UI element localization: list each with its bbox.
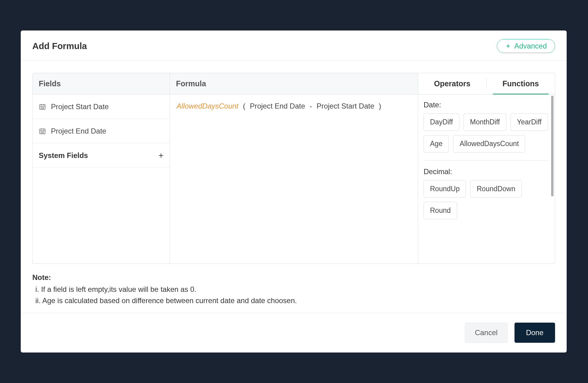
- svg-point-16: [41, 131, 41, 132]
- advanced-label: Advanced: [514, 42, 547, 50]
- field-list: Project Start Date: [33, 95, 170, 263]
- done-button[interactable]: Done: [514, 323, 555, 343]
- note-line-1: i. If a field is left empty,its value wi…: [32, 284, 555, 295]
- plus-icon: +: [159, 151, 163, 160]
- fields-column: Fields: [33, 73, 170, 263]
- svg-point-19: [41, 133, 41, 133]
- add-formula-modal: Add Formula Advanced Fields: [21, 30, 567, 353]
- cancel-button[interactable]: Cancel: [465, 323, 508, 343]
- function-yeardiff[interactable]: YearDiff: [511, 113, 548, 131]
- calendar-icon: [39, 103, 46, 110]
- formula-editor[interactable]: AllowedDaysCount ( Project End Date - Pr…: [170, 95, 418, 118]
- tabs: Operators Functions: [418, 73, 555, 95]
- formula-column: Formula AllowedDaysCount ( Project End D…: [170, 73, 418, 263]
- function-roundup[interactable]: RoundUp: [424, 180, 466, 198]
- tab-functions[interactable]: Functions: [487, 73, 555, 94]
- formula-paren-open: (: [243, 102, 245, 110]
- field-label: Project End Date: [51, 127, 106, 135]
- note-line-2: ii. Age is calculated based on differenc…: [32, 295, 555, 306]
- svg-point-9: [41, 108, 41, 109]
- modal-header: Add Formula Advanced: [21, 30, 567, 61]
- modal-footer: Cancel Done: [21, 313, 567, 353]
- modal-title: Add Formula: [32, 41, 87, 51]
- system-fields-label: System Fields: [39, 151, 88, 160]
- tab-operators[interactable]: Operators: [418, 73, 486, 94]
- field-item-project-start-date[interactable]: Project Start Date: [33, 95, 170, 119]
- function-group-decimal: RoundUp RoundDown Round: [424, 180, 549, 219]
- function-alloweddayscount[interactable]: AllowedDaysCount: [453, 135, 525, 152]
- plus-icon: [505, 43, 511, 49]
- field-label: Project Start Date: [51, 102, 109, 111]
- editor-grid: Fields: [32, 73, 555, 264]
- modal-body: Fields: [21, 61, 567, 313]
- function-daydiff[interactable]: DayDiff: [424, 113, 459, 131]
- function-group-date: DayDiff MonthDiff YearDiff Age AllowedDa…: [424, 113, 549, 152]
- svg-point-6: [41, 107, 41, 107]
- function-age[interactable]: Age: [424, 135, 449, 152]
- function-round[interactable]: Round: [424, 202, 457, 219]
- formula-function-token: AllowedDaysCount: [177, 102, 238, 110]
- function-group-divider: [424, 160, 549, 161]
- function-group-label-date: Date:: [424, 101, 549, 109]
- svg-point-8: [43, 107, 44, 107]
- svg-point-21: [43, 133, 44, 133]
- advanced-button[interactable]: Advanced: [497, 39, 555, 53]
- svg-point-20: [42, 133, 42, 133]
- formula-operator-minus: -: [310, 102, 312, 110]
- svg-point-17: [42, 131, 42, 132]
- svg-point-10: [42, 108, 42, 109]
- field-item-project-end-date[interactable]: Project End Date: [33, 119, 170, 143]
- scrollbar-track[interactable]: [551, 96, 554, 262]
- function-rounddown[interactable]: RoundDown: [470, 180, 522, 198]
- right-column: Operators Functions Date: DayDiff MonthD…: [418, 73, 555, 263]
- fields-header: Fields: [33, 73, 170, 95]
- formula-header: Formula: [170, 73, 418, 95]
- svg-point-18: [43, 131, 44, 132]
- formula-field-token: Project End Date: [250, 102, 305, 110]
- svg-point-7: [42, 107, 42, 107]
- svg-point-11: [43, 108, 44, 109]
- note-title: Note:: [32, 272, 555, 283]
- formula-field-token: Project Start Date: [317, 102, 374, 110]
- formula-paren-close: ): [379, 102, 381, 110]
- system-fields-toggle[interactable]: System Fields +: [33, 143, 170, 168]
- note-section: Note: i. If a field is left empty,its va…: [32, 264, 555, 306]
- function-group-label-decimal: Decimal:: [424, 167, 549, 176]
- calendar-icon: [39, 127, 46, 135]
- function-monthdiff[interactable]: MonthDiff: [464, 113, 506, 131]
- functions-panel: Date: DayDiff MonthDiff YearDiff Age All…: [418, 95, 555, 263]
- scrollbar-thumb[interactable]: [551, 96, 554, 196]
